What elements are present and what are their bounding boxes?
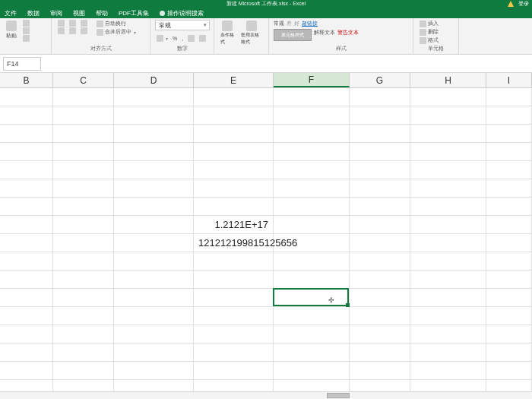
cell[interactable]: [486, 143, 532, 161]
cell[interactable]: [410, 307, 486, 325]
cell[interactable]: [350, 344, 410, 362]
cell[interactable]: [53, 344, 114, 362]
cell[interactable]: [410, 252, 486, 271]
cell[interactable]: [410, 362, 486, 380]
cell[interactable]: [274, 307, 350, 325]
cell[interactable]: [274, 289, 350, 307]
cell[interactable]: [486, 88, 532, 106]
col-header-D[interactable]: D: [114, 73, 194, 87]
cell[interactable]: [486, 125, 532, 143]
cell[interactable]: [274, 161, 350, 179]
menu-review[interactable]: 审阅: [50, 9, 62, 17]
account-link[interactable]: 登录: [518, 0, 529, 8]
cell[interactable]: [53, 179, 114, 198]
cell[interactable]: [114, 307, 194, 325]
col-header-B[interactable]: B: [0, 73, 53, 87]
cell[interactable]: [53, 271, 114, 289]
cell[interactable]: [350, 289, 410, 307]
cell[interactable]: [53, 289, 114, 307]
hyperlink-style[interactable]: 超链接: [302, 20, 318, 27]
cell[interactable]: [194, 88, 274, 106]
cell[interactable]: [410, 161, 486, 179]
cell[interactable]: [350, 216, 410, 234]
align-bottom-button[interactable]: [79, 20, 89, 27]
cell[interactable]: [0, 161, 53, 179]
cell[interactable]: [0, 380, 53, 391]
menu-view[interactable]: 视图: [73, 9, 85, 17]
cell[interactable]: [410, 271, 486, 289]
format-painter-button[interactable]: [21, 35, 31, 42]
cell[interactable]: [194, 143, 274, 161]
cell[interactable]: [274, 125, 350, 143]
cell[interactable]: [53, 234, 114, 252]
cell[interactable]: [194, 198, 274, 216]
cell[interactable]: [194, 289, 274, 307]
cell[interactable]: [350, 161, 410, 179]
cell[interactable]: [53, 216, 114, 234]
increase-decimal-button[interactable]: [186, 35, 196, 42]
cell[interactable]: [194, 344, 274, 362]
cell[interactable]: [194, 362, 274, 380]
cell[interactable]: [114, 125, 194, 143]
wrap-text-button[interactable]: 自动换行: [95, 20, 138, 27]
col-header-G[interactable]: G: [350, 73, 410, 87]
cell[interactable]: [486, 234, 532, 252]
cell[interactable]: [53, 380, 114, 391]
decrease-decimal-button[interactable]: [198, 35, 207, 42]
cell[interactable]: [486, 252, 532, 271]
cell[interactable]: [410, 179, 486, 198]
cell[interactable]: [53, 362, 114, 380]
cell[interactable]: [350, 88, 410, 106]
cell[interactable]: [274, 106, 350, 125]
cell[interactable]: [274, 179, 350, 198]
cell[interactable]: [274, 271, 350, 289]
cell[interactable]: [114, 252, 194, 271]
cell[interactable]: [486, 362, 532, 380]
currency-button[interactable]: ▾: [155, 35, 169, 42]
cell[interactable]: [274, 344, 350, 362]
cell[interactable]: [114, 362, 194, 380]
cell[interactable]: [114, 325, 194, 344]
cell[interactable]: [53, 252, 114, 271]
cell[interactable]: [350, 380, 410, 391]
cell[interactable]: [53, 161, 114, 179]
cell[interactable]: [114, 234, 194, 252]
cell[interactable]: [486, 216, 532, 234]
col-header-I[interactable]: I: [486, 73, 532, 87]
cell[interactable]: [0, 216, 53, 234]
cell[interactable]: [53, 325, 114, 344]
cell[interactable]: [114, 161, 194, 179]
cell[interactable]: [274, 362, 350, 380]
cell[interactable]: [350, 143, 410, 161]
cell[interactable]: [0, 88, 53, 106]
cell[interactable]: [350, 271, 410, 289]
cell[interactable]: [350, 198, 410, 216]
cell[interactable]: [274, 143, 350, 161]
menu-data[interactable]: 数据: [27, 9, 40, 17]
cell[interactable]: [486, 271, 532, 289]
cell[interactable]: [486, 307, 532, 325]
align-center-button[interactable]: [68, 27, 78, 34]
cell[interactable]: [53, 198, 114, 216]
menu-pdf[interactable]: PDF工具集: [119, 9, 149, 17]
cell[interactable]: [194, 325, 274, 344]
cell[interactable]: [274, 198, 350, 216]
cell[interactable]: [0, 362, 53, 380]
cell[interactable]: [350, 307, 410, 325]
cell[interactable]: [486, 106, 532, 125]
cell[interactable]: [114, 88, 194, 106]
cell[interactable]: [350, 106, 410, 125]
cell[interactable]: [53, 106, 114, 125]
cell[interactable]: [486, 344, 532, 362]
cell[interactable]: [350, 179, 410, 198]
align-left-button[interactable]: [56, 27, 66, 34]
cell[interactable]: [194, 252, 274, 271]
cell[interactable]: [486, 198, 532, 216]
cell[interactable]: [274, 216, 350, 234]
cell[interactable]: [486, 179, 532, 198]
cell[interactable]: [194, 125, 274, 143]
cell[interactable]: [194, 307, 274, 325]
cell[interactable]: [350, 125, 410, 143]
cell[interactable]: [410, 88, 486, 106]
cell[interactable]: [350, 234, 410, 252]
